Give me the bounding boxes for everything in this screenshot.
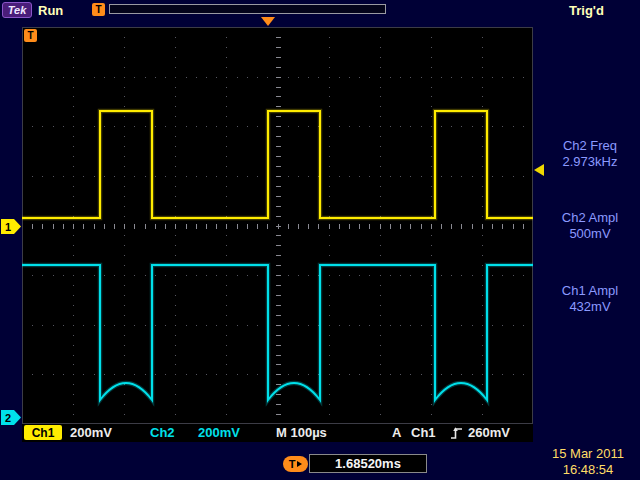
- ch2-label: Ch2: [150, 425, 175, 440]
- measurement-ch2-ampl: Ch2 Ampl 500mV: [540, 210, 640, 242]
- oscilloscope-display: Tek Run T Trig'd T 1 2 Ch2 Freq 2.973kHz…: [0, 0, 640, 480]
- measurement-label: Ch2 Ampl: [540, 210, 640, 226]
- waveform-plot: [22, 27, 533, 424]
- timebase-readout: M 100µs: [276, 425, 327, 440]
- status-bar: Ch1 200mV Ch2 200mV M 100µs A Ch1 260mV: [22, 424, 533, 442]
- date-text: 15 Mar 2011: [538, 446, 638, 462]
- rising-slope-icon: [450, 426, 463, 443]
- trigger-time-badge: T: [283, 456, 308, 472]
- ch1-scale: 200mV: [70, 425, 112, 440]
- trigger-source: Ch1: [411, 425, 436, 440]
- trigger-marker-icon: T: [92, 3, 105, 16]
- measurement-label: Ch1 Ampl: [540, 283, 640, 299]
- ch2-ground-marker: 2: [1, 410, 21, 425]
- measurement-ch1-ampl: Ch1 Ampl 432mV: [540, 283, 640, 315]
- record-view-bar: [109, 4, 386, 14]
- measurement-value: 500mV: [540, 226, 640, 242]
- measurement-value: 432mV: [540, 299, 640, 315]
- measurement-value: 2.973kHz: [540, 154, 640, 170]
- trigger-marker-screen: T: [24, 29, 37, 42]
- trigger-position-arrow-icon: [261, 17, 275, 26]
- measurement-label: Ch2 Freq: [540, 138, 640, 154]
- trigger-status: Trig'd: [569, 3, 604, 18]
- measurement-ch2-freq: Ch2 Freq 2.973kHz: [540, 138, 640, 170]
- right-arrow-icon: [297, 461, 302, 467]
- acquisition-status: Run: [38, 3, 63, 18]
- trigger-time-marker: T: [289, 458, 296, 470]
- ch1-scale-badge: Ch1: [24, 425, 62, 440]
- ch2-scale: 200mV: [198, 425, 240, 440]
- time-text: 16:48:54: [538, 462, 638, 478]
- trigger-mode: A: [392, 425, 401, 440]
- ch1-ground-marker: 1: [1, 219, 21, 234]
- tek-logo: Tek: [2, 2, 32, 18]
- trigger-level: 260mV: [468, 425, 510, 440]
- trigger-time-value: 1.68520ms: [309, 454, 427, 473]
- graticule-screen: T: [22, 27, 533, 424]
- datetime-readout: 15 Mar 2011 16:48:54: [538, 446, 638, 478]
